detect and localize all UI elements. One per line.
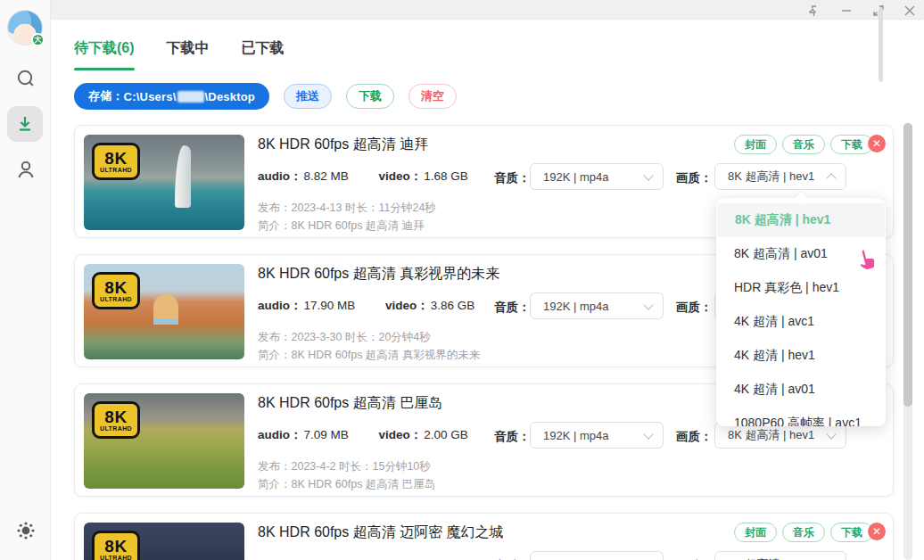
publish-info: 发布：2023-4-13 时长：11分钟24秒 <box>258 201 436 216</box>
search-icon[interactable] <box>0 68 51 89</box>
description: 简介：8K HDR 60fps 超高清 真彩视界的未来 <box>258 348 480 363</box>
video-title: 8K HDR 60fps 超高清 真彩视界的未来 <box>258 265 499 284</box>
dropdown-option[interactable]: 4K 超清 | avc1 <box>716 305 886 339</box>
close-icon[interactable] <box>903 4 917 18</box>
storage-path-suffix: \Desktop <box>205 90 256 103</box>
video-quality-dropdown: 8K 超高清 | hev1 8K 超高清 | av01 HDR 真彩色 | he… <box>716 198 886 426</box>
download-all-button[interactable]: 下载 <box>346 84 394 109</box>
audio-quality-label: 音质： <box>494 429 531 445</box>
tab-completed[interactable]: 已下载 <box>242 39 285 58</box>
chevron-up-icon <box>826 173 836 183</box>
8k-ultrahd-badge: 8K ULTRAHD <box>92 531 140 560</box>
size-info: audio：17.90 MB video：3.86 GB <box>258 298 474 314</box>
dropdown-option[interactable]: 1080P60 高帧率 | avc1 <box>716 407 886 426</box>
toolbar: 存储： C:\Users\ \Desktop 推送 下载 清空 <box>74 83 457 110</box>
description: 简介：8K HDR 60fps 超高清 巴厘岛 <box>258 477 435 492</box>
publish-info: 发布：2023-4-2 时长：15分钟10秒 <box>258 459 431 474</box>
push-button[interactable]: 推送 <box>284 84 332 109</box>
video-quality-select[interactable]: 8K 超高清 | hev1 <box>714 163 846 190</box>
audio-quality-label: 音质： <box>494 300 531 316</box>
avatar[interactable]: 大 <box>8 11 42 45</box>
dropdown-option[interactable]: HDR 真彩色 | hev1 <box>716 271 886 305</box>
chevron-down-icon <box>643 429 653 439</box>
cover-badge[interactable]: 封面 <box>734 523 777 542</box>
storage-path-redacted <box>177 91 204 103</box>
video-thumbnail: 8K ULTRAHD <box>84 264 244 359</box>
download-badge[interactable]: 下载 <box>830 523 873 542</box>
storage-path-button[interactable]: 存储： C:\Users\ \Desktop <box>74 83 269 110</box>
download-badge[interactable]: 下载 <box>830 135 873 154</box>
card-badges: 封面 音乐 下载 <box>734 523 873 542</box>
settings-gear-icon[interactable] <box>0 521 51 540</box>
titlebar <box>0 0 924 20</box>
audio-quality-select[interactable]: 192K | mp4a <box>530 292 664 319</box>
storage-label: 存储： <box>88 88 124 104</box>
size-info: audio：8.82 MB video：1.68 GB <box>258 169 468 185</box>
sidebar-item-download[interactable] <box>7 106 43 142</box>
description: 简介：8K HDR 60fps 超高清 迪拜 <box>258 218 425 234</box>
music-badge[interactable]: 音乐 <box>782 523 825 542</box>
download-icon <box>16 115 34 133</box>
minimize-icon[interactable] <box>839 4 854 18</box>
video-title: 8K HDR 60fps 超高清 巴厘岛 <box>258 394 442 413</box>
video-quality-select[interactable]: 8K 超高清 | hev1 <box>714 551 846 560</box>
audio-quality-label: 音质： <box>494 170 531 186</box>
video-thumbnail: 8K ULTRAHD <box>84 135 244 230</box>
chevron-down-icon <box>643 300 653 309</box>
publish-info: 发布：2023-3-30 时长：20分钟4秒 <box>258 330 431 345</box>
chevron-down-icon <box>643 170 653 180</box>
scrollbar-thumb[interactable] <box>903 123 912 407</box>
storage-path-prefix: C:\Users\ <box>124 90 177 103</box>
video-quality-label: 画质： <box>676 300 713 316</box>
card-badges: 封面 音乐 下载 <box>734 135 873 154</box>
remove-card-button[interactable]: ✕ <box>868 523 886 540</box>
video-title: 8K HDR 60fps 超高清 迈阿密 魔幻之城 <box>258 523 504 542</box>
dropdown-option[interactable]: 4K 超清 | av01 <box>716 373 886 407</box>
video-title: 8K HDR 60fps 超高清 迪拜 <box>258 136 428 154</box>
8k-ultrahd-badge: 8K ULTRAHD <box>92 272 140 309</box>
cover-badge[interactable]: 封面 <box>734 135 777 154</box>
audio-quality-select[interactable]: 192K | mp4a <box>530 551 664 560</box>
avatar-level-badge: 大 <box>31 33 45 46</box>
tab-pending[interactable]: 待下载(6) <box>74 39 135 58</box>
tab-downloading[interactable]: 下载中 <box>167 39 210 58</box>
video-card: 8K ULTRAHD 8K HDR 60fps 超高清 迈阿密 魔幻之城 aud… <box>74 513 894 560</box>
user-icon[interactable] <box>0 159 51 180</box>
size-info: audio：7.09 MB video：2.00 GB <box>258 427 468 443</box>
tab-bar: 待下载(6) 下载中 已下载 <box>74 39 285 58</box>
8k-ultrahd-badge: 8K ULTRAHD <box>92 401 140 439</box>
sidebar: 大 <box>0 0 51 560</box>
clear-button[interactable]: 清空 <box>408 84 457 109</box>
video-thumbnail: 8K ULTRAHD <box>84 393 244 489</box>
dropdown-option[interactable]: 8K 超高清 | hev1 <box>717 203 885 237</box>
size-info: audio：8.53 MB video：1.43 GB <box>258 556 468 560</box>
dropdown-option[interactable]: 4K 超清 | hev1 <box>716 339 886 373</box>
music-badge[interactable]: 音乐 <box>782 135 825 154</box>
video-thumbnail: 8K ULTRAHD <box>84 523 244 560</box>
pin-icon[interactable] <box>806 4 821 18</box>
video-quality-label: 画质： <box>676 170 713 186</box>
8k-ultrahd-badge: 8K ULTRAHD <box>92 143 140 180</box>
audio-quality-select[interactable]: 192K | mp4a <box>530 163 664 190</box>
audio-quality-select[interactable]: 192K | mp4a <box>530 422 664 449</box>
chevron-down-icon <box>826 429 836 439</box>
video-quality-label: 画质： <box>676 429 713 445</box>
dropdown-scrollbar-thumb[interactable] <box>879 7 883 82</box>
remove-card-button[interactable]: ✕ <box>868 135 886 152</box>
